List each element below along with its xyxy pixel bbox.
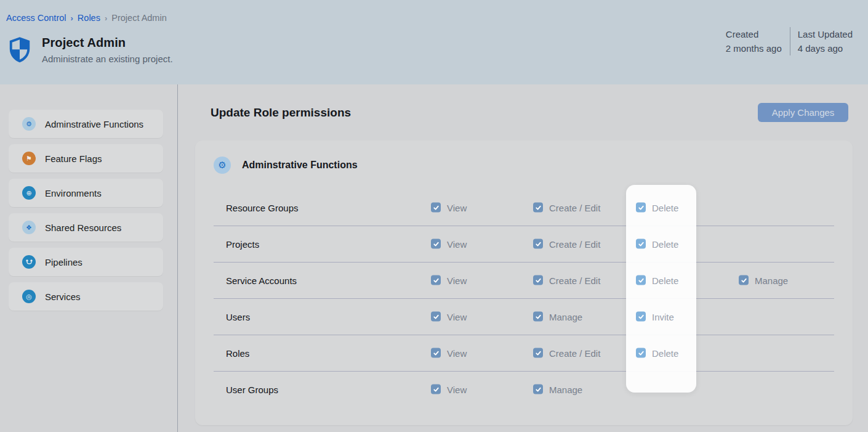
checkbox-checked-icon[interactable] — [431, 275, 441, 285]
sidebar-item-services[interactable]: ◎Services — [9, 282, 163, 311]
permission-cell: View — [431, 238, 467, 249]
permission-cell: Invite — [636, 311, 674, 322]
page-subtitle: Administrate an existing project. — [42, 54, 173, 64]
permission-label: View — [447, 275, 467, 285]
permission-cell: Manage — [533, 384, 582, 394]
permission-cell: View — [431, 384, 467, 394]
permission-label: Invite — [652, 311, 674, 322]
permission-label: Delete — [652, 348, 678, 358]
permission-cell: View — [431, 348, 467, 358]
permission-cell: Manage — [533, 311, 582, 322]
permission-row-user-groups: User GroupsViewManage — [195, 371, 853, 407]
permission-label: Delete — [652, 202, 678, 213]
checkbox-checked-icon[interactable] — [533, 275, 543, 285]
permission-row-label: Resource Groups — [226, 202, 299, 213]
services-icon: ◎ — [22, 290, 36, 303]
sidebar-item-label: Services — [45, 291, 81, 302]
last-updated-value: 4 days ago — [798, 41, 853, 55]
permissions-main: Update Role permissions Apply Changes ⚙ … — [178, 84, 868, 432]
sidebar-item-shared-resources[interactable]: ❖Shared Resources — [9, 213, 163, 242]
breadcrumb: Access Control›Roles›Project Admin — [6, 13, 167, 23]
checkbox-checked-icon[interactable] — [431, 348, 441, 358]
permission-label: View — [447, 311, 467, 322]
section-title: Update Role permissions — [211, 106, 351, 120]
apply-changes-button[interactable]: Apply Changes — [758, 103, 848, 122]
permission-label: Create / Edit — [549, 275, 600, 285]
permissions-card-title: Adminstrative Functions — [242, 160, 358, 171]
permission-label: Create / Edit — [549, 238, 600, 249]
permissions-table: Resource GroupsViewCreate / EditDeletePr… — [195, 189, 853, 407]
checkbox-checked-icon[interactable] — [636, 312, 646, 322]
checkbox-checked-icon[interactable] — [636, 239, 646, 249]
sidebar-item-label: Adminstrative Functions — [45, 119, 143, 129]
pipeline-icon — [22, 255, 36, 269]
permission-cell: Create / Edit — [533, 275, 600, 285]
created-value: 2 months ago — [726, 41, 782, 55]
breadcrumb-separator: › — [105, 14, 107, 23]
sidebar-item-label: Feature Flags — [45, 153, 102, 164]
checkbox-checked-icon[interactable] — [533, 348, 543, 358]
shield-icon — [9, 37, 31, 63]
permission-cell: Delete — [636, 202, 678, 213]
permission-label: View — [447, 238, 467, 249]
checkbox-checked-icon[interactable] — [431, 385, 441, 394]
breadcrumb-current: Project Admin — [111, 13, 166, 23]
permission-label: Manage — [549, 311, 582, 322]
page-title: Project Admin — [42, 36, 173, 50]
permission-row-label: Roles — [226, 348, 249, 358]
sidebar-item-label: Environments — [45, 188, 102, 198]
sidebar-item-pipelines[interactable]: Pipelines — [9, 248, 163, 276]
sidebar-item-label: Shared Resources — [45, 222, 121, 233]
breadcrumb-link[interactable]: Roles — [78, 13, 100, 23]
checkbox-checked-icon[interactable] — [431, 203, 441, 213]
permission-label: View — [447, 384, 467, 394]
checkbox-checked-icon[interactable] — [533, 203, 543, 213]
permission-cell: Manage — [739, 275, 788, 285]
last-updated-label: Last Updated — [798, 27, 853, 41]
checkbox-checked-icon[interactable] — [739, 275, 749, 285]
checkbox-checked-icon[interactable] — [636, 275, 646, 285]
breadcrumb-separator: › — [71, 14, 73, 23]
permission-cell: Delete — [636, 275, 678, 285]
permission-cell: Delete — [636, 238, 678, 249]
permission-row-users: UsersViewManageInvite — [195, 298, 853, 335]
sidebar-item-feature-flags[interactable]: ⚑Feature Flags — [9, 144, 163, 173]
sidebar-item-label: Pipelines — [45, 257, 82, 267]
permission-row-label: Projects — [226, 238, 259, 249]
checkbox-checked-icon[interactable] — [533, 312, 543, 322]
checkbox-checked-icon[interactable] — [636, 203, 646, 213]
flag-icon: ⚑ — [22, 152, 36, 165]
sidebar-item-adminstrative-functions[interactable]: ⚙Adminstrative Functions — [9, 110, 163, 138]
permission-cell: Create / Edit — [533, 348, 600, 358]
permission-row-label: Users — [226, 311, 250, 322]
permission-cell: View — [431, 275, 467, 285]
permission-row-projects: ProjectsViewCreate / EditDelete — [195, 226, 853, 262]
permission-row-roles: RolesViewCreate / EditDelete — [195, 335, 853, 371]
breadcrumb-link[interactable]: Access Control — [6, 13, 66, 23]
permission-cell: Create / Edit — [533, 202, 600, 213]
permission-label: View — [447, 202, 467, 213]
permission-label: Delete — [652, 238, 678, 249]
permission-row-label: Service Accounts — [226, 275, 297, 285]
checkbox-checked-icon[interactable] — [431, 239, 441, 249]
checkbox-checked-icon[interactable] — [431, 312, 441, 322]
permission-cell: Create / Edit — [533, 238, 600, 249]
sidebar-item-environments[interactable]: ⊕Environments — [9, 179, 163, 207]
permission-cell: View — [431, 202, 467, 213]
role-hero: Project Admin Administrate an existing p… — [9, 36, 173, 64]
highlight-overlay — [626, 185, 696, 393]
permission-label: Delete — [652, 275, 678, 285]
role-meta: Created 2 months ago Last Updated 4 days… — [726, 27, 853, 55]
permission-label: Manage — [755, 275, 788, 285]
globe-icon: ⊕ — [22, 186, 36, 200]
checkbox-checked-icon[interactable] — [533, 239, 543, 249]
checkbox-checked-icon[interactable] — [533, 385, 543, 394]
gear-icon: ⚙ — [22, 117, 36, 131]
permission-label: Create / Edit — [549, 348, 600, 358]
checkbox-checked-icon[interactable] — [636, 348, 646, 358]
shared-resources-icon: ❖ — [22, 221, 36, 234]
gear-icon: ⚙ — [214, 157, 231, 174]
permission-cell: View — [431, 311, 467, 322]
permission-row-service-accounts: Service AccountsViewCreate / EditDeleteM… — [195, 262, 853, 298]
permission-cell: Delete — [636, 348, 678, 358]
